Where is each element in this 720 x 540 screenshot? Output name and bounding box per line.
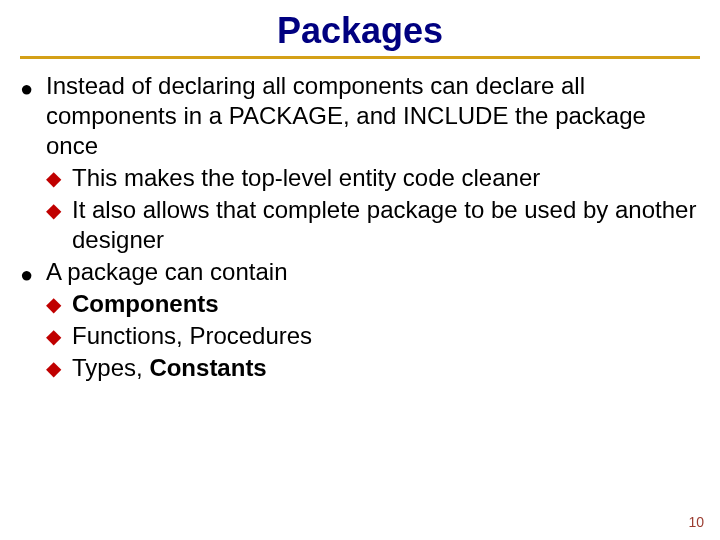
bullet-text: It also allows that complete package to … [72, 196, 696, 253]
bullet-text: A package can contain [46, 258, 288, 285]
bullet-level1: ● A package can contain [20, 257, 700, 287]
bullet-level2: ◆ Types, Constants [46, 353, 700, 383]
diamond-bullet-icon: ◆ [46, 198, 61, 223]
slide: Packages ● Instead of declaring all comp… [0, 0, 720, 540]
bullet-text: This makes the top-level entity code cle… [72, 164, 540, 191]
bullet-text-bold: Constants [149, 354, 266, 381]
bullet-level1: ● Instead of declaring all components ca… [20, 71, 700, 161]
page-number: 10 [688, 514, 704, 530]
body-text: ● Instead of declaring all components ca… [20, 71, 700, 383]
disc-bullet-icon: ● [20, 75, 33, 103]
bullet-level2: ◆ This makes the top-level entity code c… [46, 163, 700, 193]
page-title: Packages [20, 10, 700, 52]
diamond-bullet-icon: ◆ [46, 324, 61, 349]
bullet-level2: ◆ Functions, Procedures [46, 321, 700, 351]
title-divider [20, 56, 700, 59]
diamond-bullet-icon: ◆ [46, 166, 61, 191]
bullet-level2: ◆ Components [46, 289, 700, 319]
bullet-text: Functions, Procedures [72, 322, 312, 349]
bullet-text: Types, [72, 354, 149, 381]
diamond-bullet-icon: ◆ [46, 292, 61, 317]
disc-bullet-icon: ● [20, 261, 33, 289]
diamond-bullet-icon: ◆ [46, 356, 61, 381]
bullet-text: Components [72, 290, 219, 317]
bullet-text: Instead of declaring all components can … [46, 72, 646, 159]
bullet-level2: ◆ It also allows that complete package t… [46, 195, 700, 255]
